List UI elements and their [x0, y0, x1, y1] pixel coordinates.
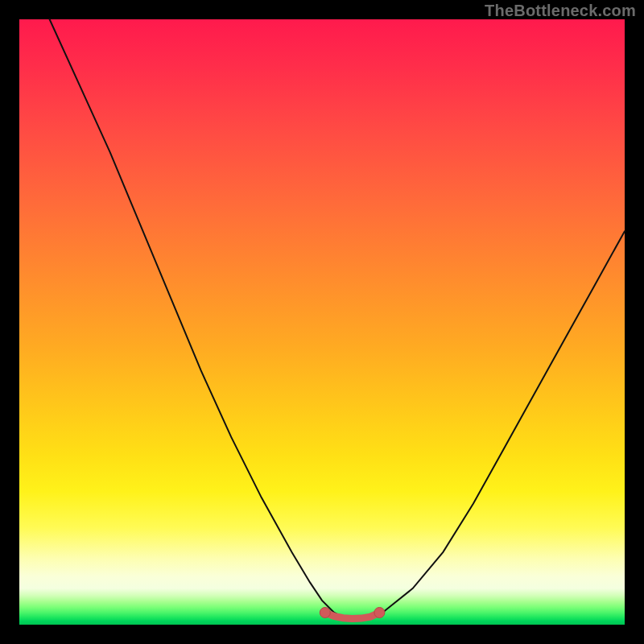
- sweet-spot-marker: [374, 608, 385, 618]
- bottleneck-curve: [50, 19, 625, 619]
- sweet-spot-band: [325, 613, 380, 619]
- sweet-spot-marker: [320, 608, 330, 618]
- chart-overlay: [19, 19, 625, 625]
- chart-frame: TheBottleneck.com: [0, 0, 644, 644]
- watermark-text: TheBottleneck.com: [485, 2, 636, 20]
